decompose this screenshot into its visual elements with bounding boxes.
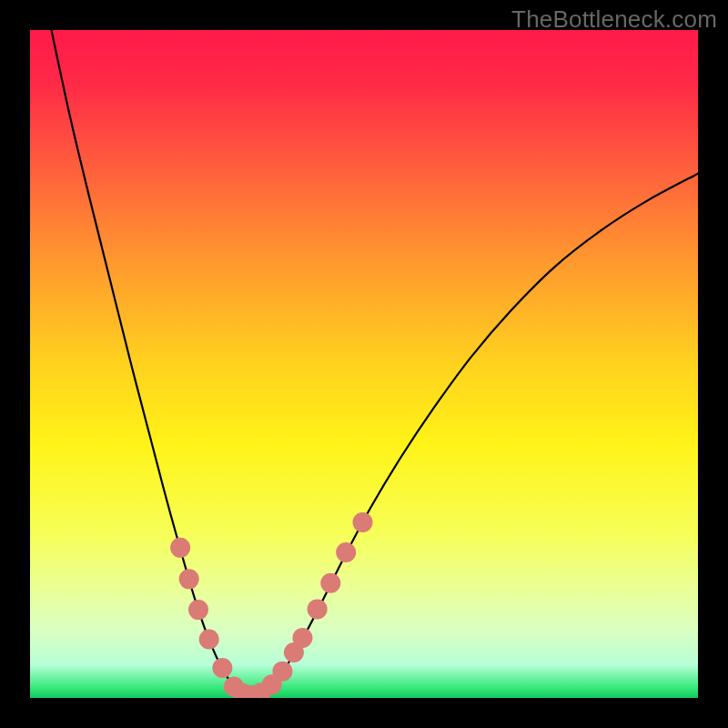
curve-marker — [199, 629, 219, 649]
curve-marker — [292, 628, 312, 648]
chart-plot-area — [30, 30, 698, 698]
curve-marker — [272, 662, 292, 682]
curve-marker — [179, 569, 199, 589]
curve-marker — [308, 599, 328, 619]
curve-marker — [336, 542, 356, 562]
bottleneck-chart — [30, 30, 698, 698]
curve-marker — [170, 538, 190, 558]
curve-marker — [353, 512, 373, 532]
curve-marker — [188, 600, 208, 620]
curve-marker — [212, 658, 232, 678]
curve-marker — [320, 573, 340, 593]
